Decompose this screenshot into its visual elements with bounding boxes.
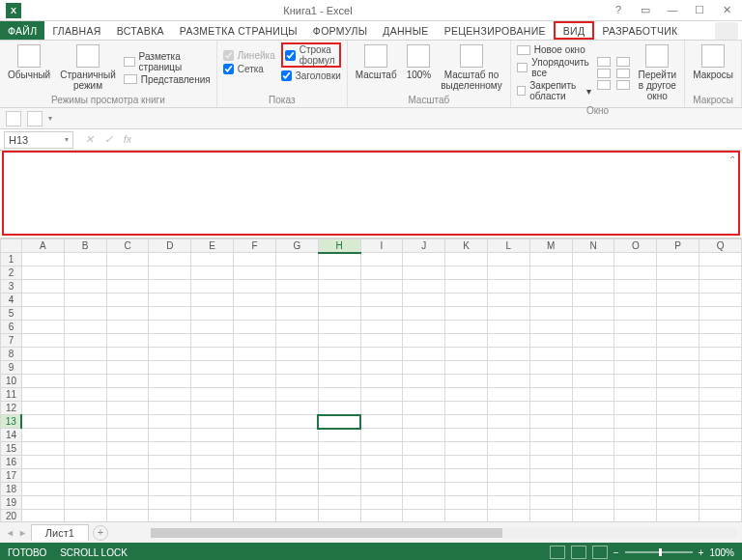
select-all-button[interactable] — [1, 239, 22, 253]
cell[interactable] — [360, 469, 403, 483]
cell[interactable] — [149, 334, 191, 348]
cell[interactable] — [106, 510, 149, 522]
cell[interactable] — [445, 307, 488, 321]
cell[interactable] — [445, 266, 488, 280]
column-header[interactable]: M — [529, 239, 572, 253]
cell[interactable] — [657, 334, 699, 348]
cell[interactable] — [529, 280, 572, 294]
cell[interactable] — [149, 442, 191, 456]
cell[interactable] — [657, 388, 699, 402]
cell[interactable] — [191, 280, 234, 294]
cell[interactable] — [445, 253, 488, 266]
cell[interactable] — [106, 469, 149, 483]
cell[interactable] — [614, 442, 657, 456]
cell[interactable] — [318, 415, 360, 429]
cell[interactable] — [318, 496, 360, 510]
cell[interactable] — [275, 294, 318, 307]
cell[interactable] — [360, 348, 403, 361]
spreadsheet-grid[interactable]: ABCDEFGHIJKLMNOPQ12345678910111213141516… — [0, 238, 742, 521]
page-break-shortcut[interactable] — [592, 546, 608, 559]
cell[interactable] — [699, 334, 742, 348]
cell[interactable] — [149, 402, 191, 415]
close-button[interactable]: ✕ — [717, 4, 736, 16]
cell[interactable] — [360, 510, 403, 522]
cell[interactable] — [191, 469, 234, 483]
cell[interactable] — [360, 294, 403, 307]
row-header[interactable]: 4 — [1, 294, 22, 307]
cell[interactable] — [149, 361, 191, 375]
cell[interactable] — [106, 415, 149, 429]
cell[interactable] — [445, 321, 488, 334]
cell[interactable] — [234, 294, 276, 307]
row-header[interactable]: 7 — [1, 334, 22, 348]
cell[interactable] — [529, 388, 572, 402]
cell[interactable] — [614, 483, 657, 496]
cell[interactable] — [191, 402, 234, 415]
column-header[interactable]: H — [318, 239, 360, 253]
cell[interactable] — [360, 361, 403, 375]
cell[interactable] — [234, 415, 276, 429]
cell[interactable] — [149, 456, 191, 469]
cell[interactable] — [21, 456, 64, 469]
cell[interactable] — [191, 456, 234, 469]
cell[interactable] — [529, 510, 572, 522]
cell[interactable] — [64, 307, 106, 321]
cell[interactable] — [21, 334, 64, 348]
cell[interactable] — [318, 307, 360, 321]
zoom-100-button[interactable]: 100% — [405, 42, 434, 93]
cell[interactable] — [275, 469, 318, 483]
cell[interactable] — [21, 375, 64, 388]
cell[interactable] — [191, 429, 234, 442]
cell[interactable] — [21, 483, 64, 496]
cell[interactable] — [529, 375, 572, 388]
cell[interactable] — [445, 510, 488, 522]
zoom-out-button[interactable]: − — [614, 547, 619, 558]
chevron-down-icon[interactable]: ▾ — [65, 135, 69, 144]
cell[interactable] — [106, 442, 149, 456]
cell[interactable] — [234, 442, 276, 456]
cell[interactable] — [487, 348, 529, 361]
cell[interactable] — [21, 402, 64, 415]
cell[interactable] — [403, 469, 445, 483]
cell[interactable] — [234, 266, 276, 280]
cell[interactable] — [275, 415, 318, 429]
cell[interactable] — [614, 280, 657, 294]
cell[interactable] — [699, 483, 742, 496]
cell[interactable] — [699, 266, 742, 280]
cell[interactable] — [699, 280, 742, 294]
cell[interactable] — [64, 442, 106, 456]
sheet-tab[interactable]: Лист1 — [31, 524, 89, 541]
row-header[interactable]: 17 — [1, 469, 22, 483]
cell[interactable] — [445, 415, 488, 429]
cell[interactable] — [614, 402, 657, 415]
cell[interactable] — [191, 388, 234, 402]
row-header[interactable]: 8 — [1, 348, 22, 361]
cell[interactable] — [445, 375, 488, 388]
zoom-slider[interactable] — [625, 551, 693, 553]
cell[interactable] — [529, 415, 572, 429]
cell[interactable] — [191, 510, 234, 522]
cell[interactable] — [234, 375, 276, 388]
cell[interactable] — [191, 307, 234, 321]
cell[interactable] — [275, 483, 318, 496]
cell[interactable] — [64, 496, 106, 510]
cell[interactable] — [529, 429, 572, 442]
tab-formulas[interactable]: ФОРМУЛЫ — [305, 21, 375, 40]
maximize-button[interactable]: ☐ — [690, 4, 709, 16]
cell[interactable] — [614, 266, 657, 280]
cell[interactable] — [445, 348, 488, 361]
cell[interactable] — [318, 429, 360, 442]
column-header[interactable]: F — [234, 239, 276, 253]
arrange-all-button[interactable]: Упорядочить все — [517, 57, 592, 78]
cell[interactable] — [275, 253, 318, 266]
cell[interactable] — [403, 429, 445, 442]
cell[interactable] — [360, 402, 403, 415]
cell[interactable] — [64, 429, 106, 442]
cell[interactable] — [318, 483, 360, 496]
cell[interactable] — [149, 266, 191, 280]
cell[interactable] — [657, 456, 699, 469]
cell[interactable] — [106, 294, 149, 307]
cell[interactable] — [106, 375, 149, 388]
cell[interactable] — [360, 307, 403, 321]
cell[interactable] — [234, 321, 276, 334]
